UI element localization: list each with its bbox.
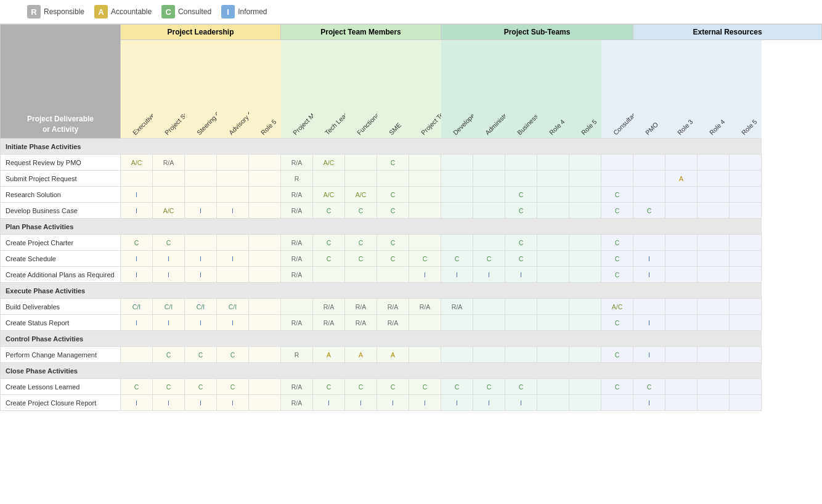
raci-cell bbox=[665, 315, 698, 331]
raci-cell bbox=[665, 203, 698, 219]
raci-cell bbox=[569, 347, 601, 363]
raci-cell bbox=[249, 155, 281, 171]
raci-cell: C bbox=[153, 347, 185, 363]
raci-cell bbox=[665, 395, 698, 411]
raci-cell bbox=[633, 235, 665, 251]
raci-cell: R/A bbox=[313, 299, 345, 315]
raci-cell: I bbox=[185, 203, 217, 219]
role-header-developer: Developer bbox=[441, 40, 473, 139]
raci-cell: C bbox=[185, 379, 217, 395]
raci-cell bbox=[665, 251, 698, 267]
raci-cell: I bbox=[377, 395, 409, 411]
raci-cell: C bbox=[313, 379, 345, 395]
raci-cell: I bbox=[633, 267, 665, 283]
raci-cell bbox=[730, 187, 762, 203]
raci-cell: C bbox=[377, 251, 409, 267]
activity-label: Create Lessons Learned bbox=[1, 379, 121, 395]
raci-cell bbox=[698, 155, 730, 171]
group-header-project-sub-teams: Project Sub-Teams bbox=[441, 25, 633, 40]
raci-cell: C bbox=[601, 347, 633, 363]
raci-cell bbox=[441, 171, 473, 187]
raci-cell: I bbox=[121, 187, 153, 203]
raci-cell bbox=[633, 187, 665, 203]
raci-cell bbox=[409, 171, 441, 187]
legend-badge-i: I bbox=[221, 5, 235, 18]
raci-cell bbox=[730, 379, 762, 395]
raci-cell bbox=[698, 203, 730, 219]
phase-row: Control Phase Activities bbox=[1, 331, 822, 347]
raci-cell: C bbox=[377, 379, 409, 395]
raci-cell: C bbox=[313, 235, 345, 251]
raci-cell: A bbox=[313, 347, 345, 363]
raci-cell: R bbox=[281, 347, 313, 363]
raci-cell: A/C bbox=[345, 187, 377, 203]
raci-cell bbox=[569, 203, 601, 219]
data-row: Build DeliverablesC/IC/IC/IC/IR/AR/AR/AR… bbox=[1, 299, 822, 315]
raci-cell: R/A bbox=[377, 299, 409, 315]
raci-cell bbox=[665, 155, 698, 171]
data-row: Develop Business CaseIA/CIIR/ACCCCCC bbox=[1, 203, 822, 219]
raci-cell: C bbox=[601, 315, 633, 331]
activity-label: Request Review by PMO bbox=[1, 155, 121, 171]
activity-column-header: Project Deliverable or Activity bbox=[1, 25, 121, 139]
raci-cell bbox=[249, 203, 281, 219]
raci-cell bbox=[601, 155, 633, 171]
raci-cell: A/C bbox=[153, 203, 185, 219]
raci-cell bbox=[730, 203, 762, 219]
role-header-role-5: Role 5 bbox=[569, 40, 601, 139]
activity-label: Build Deliverables bbox=[1, 299, 121, 315]
role-header-role-5: Role 5 bbox=[730, 40, 762, 139]
raci-cell bbox=[249, 267, 281, 283]
raci-cell bbox=[601, 171, 633, 187]
raci-cell bbox=[345, 171, 377, 187]
table-header: Project Deliverable or ActivityProject L… bbox=[1, 25, 822, 139]
raci-cell bbox=[730, 267, 762, 283]
raci-cell: C bbox=[377, 235, 409, 251]
raci-cell bbox=[537, 299, 569, 315]
raci-cell bbox=[121, 347, 153, 363]
phase-row: Close Phase Activities bbox=[1, 363, 822, 379]
raci-cell bbox=[698, 235, 730, 251]
data-row: Perform Change ManagementCCCRAAACI bbox=[1, 347, 822, 363]
raci-cell: I bbox=[185, 251, 217, 267]
raci-cell: R bbox=[281, 171, 313, 187]
raci-cell bbox=[377, 171, 409, 187]
data-row: Create Lessons LearnedCCCCR/ACCCCCCCCC bbox=[1, 379, 822, 395]
raci-cell: I bbox=[153, 315, 185, 331]
activity-label: Create Status Report bbox=[1, 315, 121, 331]
phase-label: Close Phase Activities bbox=[1, 363, 762, 379]
raci-cell: I bbox=[153, 267, 185, 283]
role-header-executive-sponsor: Executive Sponsor bbox=[121, 40, 153, 139]
legend: R Responsible A Accountable C Consulted … bbox=[27, 5, 267, 18]
raci-cell: C bbox=[345, 251, 377, 267]
group-header-project-team-members: Project Team Members bbox=[281, 25, 441, 40]
raci-cell bbox=[185, 187, 217, 203]
raci-cell: C bbox=[505, 187, 537, 203]
raci-cell bbox=[698, 251, 730, 267]
activity-label: Create Project Charter bbox=[1, 235, 121, 251]
activity-label: Perform Change Management bbox=[1, 347, 121, 363]
raci-cell: I bbox=[313, 395, 345, 411]
raci-cell bbox=[313, 267, 345, 283]
phase-label: Initiate Phase Activities bbox=[1, 139, 762, 155]
raci-cell: I bbox=[185, 395, 217, 411]
raci-cell bbox=[249, 251, 281, 267]
raci-cell bbox=[730, 299, 762, 315]
raci-cell bbox=[345, 155, 377, 171]
role-header-project-manager: Project Manager bbox=[281, 40, 313, 139]
raci-cell bbox=[121, 171, 153, 187]
raci-cell: R/A bbox=[345, 299, 377, 315]
raci-cell: A/C bbox=[313, 187, 345, 203]
raci-cell: I bbox=[185, 267, 217, 283]
raci-cell bbox=[217, 235, 249, 251]
raci-cell: I bbox=[505, 395, 537, 411]
role-header-sme: SME bbox=[377, 40, 409, 139]
raci-cell: C bbox=[601, 187, 633, 203]
table-body: Initiate Phase ActivitiesRequest Review … bbox=[1, 139, 822, 411]
raci-table-container: Project Deliverable or ActivityProject L… bbox=[0, 24, 822, 411]
raci-cell bbox=[665, 379, 698, 395]
raci-cell bbox=[569, 155, 601, 171]
raci-cell bbox=[537, 347, 569, 363]
raci-cell: R/A bbox=[281, 155, 313, 171]
data-row: Create Project Closure ReportIIIIR/AIIII… bbox=[1, 395, 822, 411]
